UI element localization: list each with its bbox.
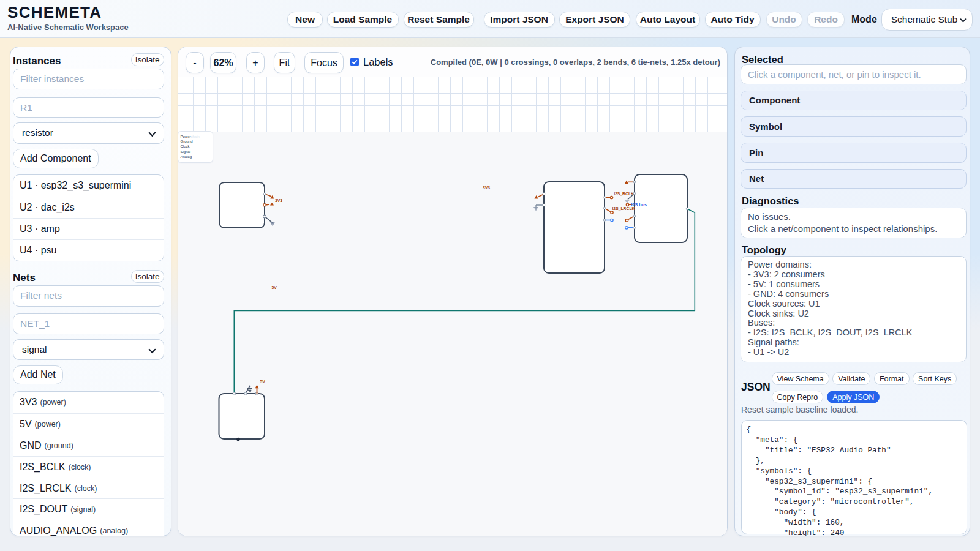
svg-text:3V3: 3V3 [275,198,282,203]
svg-text:5V: 5V [260,380,266,384]
svg-text:I2S_BCLK: I2S_BCLK [614,192,634,196]
svg-text:3V3: 3V3 [483,186,490,190]
svg-text:I2S_LRCLK: I2S_LRCLK [612,206,635,211]
svg-text:5V: 5V [272,285,277,290]
